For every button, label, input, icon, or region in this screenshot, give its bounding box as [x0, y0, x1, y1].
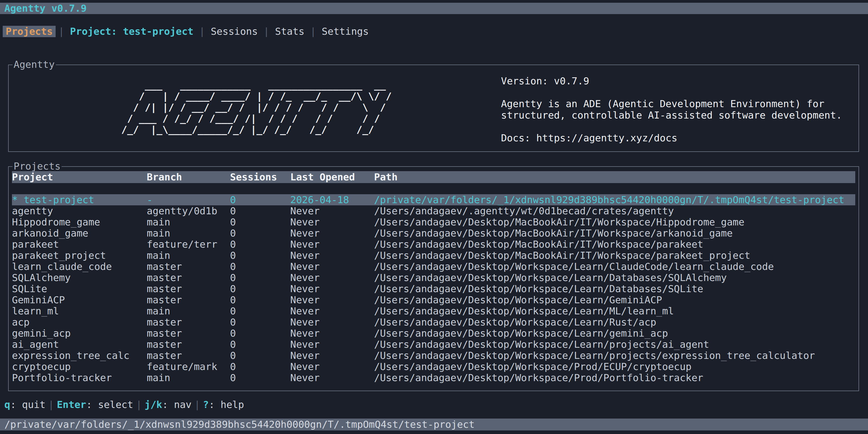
cell-branch: main [147, 227, 230, 239]
cell-last-opened: Never [290, 316, 374, 328]
table-row[interactable]: ai_agentmaster0Never/Users/andagaev/Desk… [12, 339, 855, 350]
table-row[interactable]: arkanoid_gamemain0Never/Users/andagaev/D… [12, 227, 855, 239]
cell-branch: master [147, 261, 230, 272]
cell-path: /Users/andagaev/Desktop/Workspace/Learn/… [374, 294, 855, 305]
hint-action: : select [86, 399, 133, 410]
cell-sessions: 0 [230, 194, 290, 205]
cell-branch: master [147, 316, 230, 328]
header-cell-sessions: Sessions [230, 171, 290, 183]
cell-path: /Users/andagaev/Desktop/Workspace/Learn/… [374, 272, 855, 283]
tab-sessions[interactable]: Sessions [208, 26, 261, 37]
hint-key: q [4, 399, 10, 410]
table-row[interactable]: cryptoecupfeature/mark0Never/Users/andag… [12, 361, 855, 372]
hint-key: j/k [145, 399, 162, 410]
table-row[interactable]: gemini_acpmaster0Never/Users/andagaev/De… [12, 328, 855, 339]
cell-last-opened: Never [290, 372, 374, 383]
cell-sessions: 0 [230, 339, 290, 350]
cell-path: /Users/andagaev/Desktop/Workspace/Learn/… [374, 261, 855, 272]
cell-path: /Users/andagaev/Desktop/Workspace/Learn/… [374, 316, 855, 328]
cell-branch: main [147, 305, 230, 316]
tab-project-test-project[interactable]: Project: test-project [67, 26, 196, 37]
table-row[interactable]: SQLitemaster0Never/Users/andagaev/Deskto… [12, 283, 855, 294]
cell-path: /Users/andagaev/Desktop/Workspace/Learn/… [374, 350, 855, 361]
cell-path: /Users/andagaev/Desktop/Workspace/Learn/… [374, 305, 855, 316]
cell-last-opened: Never [290, 339, 374, 350]
cell-path: /private/var/folders/_1/xdnwsnl929d389bh… [374, 194, 855, 205]
cell-branch: feature/terr [147, 239, 230, 250]
description-line-2: structured, controllable AI-assisted sof… [501, 110, 842, 121]
cell-path: /Users/andagaev/Desktop/MacBookAir/IT/Wo… [374, 216, 855, 227]
status-path: /private/var/folders/_1/xdnwsnl929d389bh… [4, 419, 475, 430]
cell-sessions: 0 [230, 350, 290, 361]
tab-bar: Projects|Project: test-project|Sessions|… [3, 26, 372, 37]
cell-last-opened: Never [290, 283, 374, 294]
header-cell-branch: Branch [147, 171, 230, 183]
cell-sessions: 0 [230, 305, 290, 316]
table-row[interactable]: Hippodrome_gamemain0Never/Users/andagaev… [12, 216, 855, 227]
header-cell-last-opened: Last Opened [290, 171, 374, 183]
table-row[interactable]: expression_tree_calcmaster0Never/Users/a… [12, 350, 855, 361]
app-titlebar: Agentty v0.7.9 [0, 3, 868, 14]
cell-branch: main [147, 372, 230, 383]
table-row[interactable]: learn_mlmain0Never/Users/andagaev/Deskto… [12, 305, 855, 316]
cell-last-opened: Never [290, 205, 374, 216]
tab-stats[interactable]: Stats [272, 26, 307, 37]
table-row[interactable]: learn_claude_codemaster0Never/Users/anda… [12, 261, 855, 272]
cell-project: learn_ml [12, 305, 147, 316]
cell-sessions: 0 [230, 227, 290, 239]
projects-box: Projects ProjectBranchSessionsLast Opene… [8, 166, 859, 391]
table-row[interactable]: Portfolio-trackermain0Never/Users/andaga… [12, 372, 855, 383]
header-cell-project: Project [12, 171, 147, 183]
table-row[interactable]: acpmaster0Never/Users/andagaev/Desktop/W… [12, 316, 855, 328]
cell-last-opened: Never [290, 361, 374, 372]
about-box-title: Agentty [12, 59, 56, 70]
table-header-spacer [12, 183, 855, 194]
cell-project: acp [12, 316, 147, 328]
cell-sessions: 0 [230, 283, 290, 294]
cell-project: gemini_acp [12, 328, 147, 339]
cell-last-opened: Never [290, 305, 374, 316]
table-row[interactable]: parakeetfeature/terr0Never/Users/andagae… [12, 239, 855, 250]
tab-settings[interactable]: Settings [319, 26, 372, 37]
table-row[interactable]: * test-project-02026-04-18/private/var/f… [12, 194, 855, 205]
cell-project: Portfolio-tracker [12, 372, 147, 383]
status-bar: /private/var/folders/_1/xdnwsnl929d389bh… [0, 418, 868, 431]
cell-branch: master [147, 294, 230, 305]
cell-path: /Users/andagaev/Desktop/Workspace/Prod/P… [374, 372, 855, 383]
tab-separator: | [56, 26, 67, 37]
cell-last-opened: Never [290, 227, 374, 239]
tab-separator: | [196, 26, 208, 37]
cell-last-opened: Never [290, 350, 374, 361]
table-body: * test-project-02026-04-18/private/var/f… [12, 194, 855, 383]
agentty-ascii-logo: ___ ____________ ________________ __ / |… [121, 80, 392, 135]
cell-project: expression_tree_calc [12, 350, 147, 361]
cell-project: arkanoid_game [12, 227, 147, 239]
cell-last-opened: Never [290, 272, 374, 283]
header-cell-path: Path [374, 171, 855, 183]
tab-projects[interactable]: Projects [3, 26, 56, 37]
cell-path: /Users/andagaev/Desktop/Workspace/Prod/E… [374, 361, 855, 372]
cell-project: parakeet [12, 239, 147, 250]
table-row[interactable]: GeminiACPmaster0Never/Users/andagaev/Des… [12, 294, 855, 305]
table-row[interactable]: parakeet_projectmain0Never/Users/andagae… [12, 250, 855, 261]
cell-project: cryptoecup [12, 361, 147, 372]
hint-action: : nav [162, 399, 191, 410]
cell-branch: master [147, 283, 230, 294]
table-row[interactable]: SQLAlchemymaster0Never/Users/andagaev/De… [12, 272, 855, 283]
table-row[interactable]: agenttyagentty/0d1b0Never/Users/andagaev… [12, 205, 855, 216]
cell-project: agentty [12, 205, 147, 216]
cell-path: /Users/andagaev/Desktop/MacBookAir/IT/Wo… [374, 239, 855, 250]
cell-sessions: 0 [230, 372, 290, 383]
app-title: Agentty v0.7.9 [4, 3, 87, 14]
cell-path: /Users/andagaev/Desktop/Workspace/Learn/… [374, 339, 855, 350]
cell-project: learn_claude_code [12, 261, 147, 272]
hint-separator: | [191, 399, 203, 410]
cell-last-opened: Never [290, 328, 374, 339]
cell-sessions: 0 [230, 216, 290, 227]
hint-action: : help [209, 399, 244, 410]
cell-branch: - [147, 194, 230, 205]
tab-separator: | [261, 26, 272, 37]
cell-project: SQLite [12, 283, 147, 294]
cell-last-opened: Never [290, 239, 374, 250]
cell-sessions: 0 [230, 205, 290, 216]
